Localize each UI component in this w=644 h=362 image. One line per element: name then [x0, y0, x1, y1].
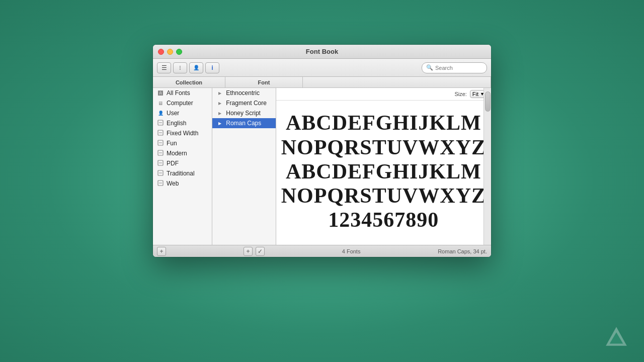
scrollbar-track [484, 88, 491, 245]
search-icon: 🔍 [426, 64, 433, 71]
collection-item-traditional[interactable]: Traditional [153, 168, 212, 178]
user-icon: 👤 [193, 65, 199, 70]
titlebar: Font Book [153, 45, 491, 59]
expand-icon: ▶ [216, 121, 223, 126]
font-item-roman-caps[interactable]: ▶ Roman Caps [212, 118, 275, 128]
column-headers: Collection Font [153, 77, 491, 88]
collection-item-modern[interactable]: Modern [153, 148, 212, 158]
add-font-button[interactable]: + [244, 247, 253, 256]
modern-icon [157, 150, 164, 157]
all-fonts-icon: 🅰 [157, 90, 164, 96]
computer-icon: 🖥 [157, 101, 164, 106]
preview-text: ABCDEFGHIJKLM NOPQRSTUVWXYZ ABCDEFGHIJKL… [281, 111, 486, 232]
scrollbar-thumb[interactable] [485, 92, 491, 112]
collection-item-web[interactable]: Web [153, 178, 212, 189]
user-collection-icon: 👤 [157, 111, 164, 116]
collection-item-label: Web [167, 180, 179, 187]
search-input[interactable] [435, 65, 482, 71]
minimize-button[interactable] [167, 49, 173, 55]
font-item-label: Ethnocentric [226, 89, 260, 97]
close-button[interactable] [158, 49, 164, 55]
preview-line-3: ABCDEFGHIJKLM [281, 159, 486, 184]
preview-header: Size: Fit ▼ [276, 88, 491, 101]
collection-item-label: Fixed Width [167, 130, 198, 137]
pdf-icon [157, 160, 164, 167]
collection-item-label: Traditional [167, 170, 195, 177]
font-item-fragment-core[interactable]: ▶ Fragment Core [212, 98, 275, 108]
collection-item-label: English [167, 120, 186, 127]
collection-panel: 🅰 All Fonts 🖥 Computer 👤 User English [153, 88, 212, 245]
fun-icon [157, 140, 164, 147]
font-item-honey-script[interactable]: ▶ Honey Script [212, 108, 275, 118]
validate-icon: ✓ [258, 248, 263, 255]
toolbar: ☰ ⁝ 👤 i 🔍 [153, 59, 491, 77]
preview-panel-wrapper: Size: Fit ▼ ABCDEFGHIJKLM NOPQRSTUVWXYZ … [276, 88, 491, 245]
traffic-lights [158, 49, 182, 55]
window-title: Font Book [306, 48, 338, 55]
grid-view-icon: ⁝ [179, 64, 181, 71]
collection-item-user[interactable]: 👤 User [153, 108, 212, 118]
collection-item-fixed-width[interactable]: Fixed Width [153, 128, 212, 138]
expand-icon: ▶ [216, 91, 223, 96]
grid-view-button[interactable]: ⁝ [173, 62, 187, 73]
collection-item-english[interactable]: English [153, 118, 212, 128]
preview-line-2: NOPQRSTUVWXYZ [281, 135, 486, 159]
statusbar: + + ✓ 4 Fonts Roman Caps, 34 pt. [153, 245, 491, 257]
expand-icon: ▶ [216, 111, 223, 116]
info-button[interactable]: i [205, 62, 219, 73]
list-view-icon: ☰ [162, 64, 167, 71]
watermark [604, 325, 629, 352]
web-icon [157, 180, 164, 187]
maximize-button[interactable] [176, 49, 182, 55]
font-book-window: Font Book ☰ ⁝ 👤 i 🔍 Collection Font [153, 45, 491, 257]
collection-item-label: User [167, 110, 179, 117]
collection-column-header: Collection [153, 77, 225, 87]
collection-item-fun[interactable]: Fun [153, 138, 212, 148]
traditional-icon [157, 170, 164, 177]
list-view-button[interactable]: ☰ [157, 62, 171, 73]
font-item-label: Honey Script [226, 110, 261, 117]
collection-item-pdf[interactable]: PDF [153, 158, 212, 168]
collection-item-label: Modern [167, 150, 187, 157]
add-font-icon: + [246, 248, 250, 255]
font-panel: ▶ Ethnocentric ▶ Fragment Core ▶ Honey S… [212, 88, 276, 245]
fonts-count: 4 Fonts [268, 248, 435, 254]
collection-item-label: Fun [167, 140, 177, 147]
search-box[interactable]: 🔍 [422, 62, 487, 73]
font-item-label: Fragment Core [226, 100, 267, 107]
validate-button[interactable]: ✓ [256, 247, 265, 256]
font-item-label: Roman Caps [226, 120, 261, 127]
add-collection-button[interactable]: + [157, 247, 166, 256]
font-item-ethnocentric[interactable]: ▶ Ethnocentric [212, 88, 275, 98]
info-icon: i [211, 64, 213, 71]
collection-item-computer[interactable]: 🖥 Computer [153, 98, 212, 108]
preview-line-4: NOPQRSTUVWXYZ [281, 184, 486, 208]
collection-item-label: All Fonts [167, 89, 190, 97]
size-value: Fit [472, 91, 478, 97]
font-info: Roman Caps, 34 pt. [438, 248, 487, 254]
user-button[interactable]: 👤 [189, 62, 203, 73]
add-collection-icon: + [159, 248, 163, 255]
collection-item-all-fonts[interactable]: 🅰 All Fonts [153, 88, 212, 98]
fixed-width-icon [157, 130, 164, 137]
expand-icon: ▶ [216, 101, 223, 106]
preview-column-header [303, 77, 491, 87]
font-column-header: Font [225, 77, 303, 87]
english-icon [157, 120, 164, 127]
preview-line-1: ABCDEFGHIJKLM [281, 111, 486, 135]
preview-panel: Size: Fit ▼ ABCDEFGHIJKLM NOPQRSTUVWXYZ … [276, 88, 491, 245]
collection-item-label: Computer [167, 100, 193, 107]
preview-content: ABCDEFGHIJKLM NOPQRSTUVWXYZ ABCDEFGHIJKL… [276, 101, 491, 242]
main-content: 🅰 All Fonts 🖥 Computer 👤 User English [153, 88, 491, 245]
collection-item-label: PDF [167, 160, 179, 167]
size-label: Size: [454, 91, 466, 97]
preview-line-5: 1234567890 [281, 208, 486, 232]
